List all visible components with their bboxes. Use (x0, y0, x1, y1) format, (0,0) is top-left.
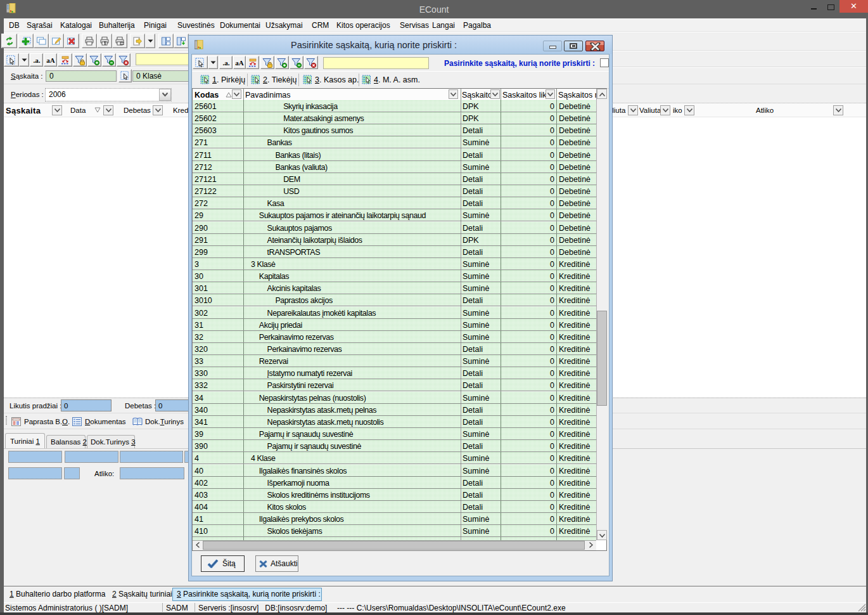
svg-text:aA: aA (235, 59, 244, 67)
svg-text:.a.: .a. (33, 56, 40, 64)
svg-text:aA: aA (46, 56, 55, 64)
svg-text:.a.: .a. (222, 59, 229, 67)
